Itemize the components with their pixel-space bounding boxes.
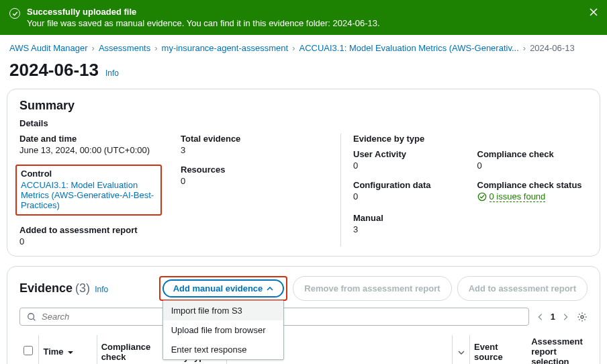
breadcrumb-link-control[interactable]: ACCUAI3.1: Model Evaluation Metrics (AWS… — [299, 43, 519, 53]
search-icon — [27, 312, 36, 322]
summary-card: Summary Details Date and time June 13, 2… — [7, 89, 600, 257]
evidence-info-link[interactable]: Info — [95, 285, 108, 294]
close-icon[interactable] — [588, 7, 599, 17]
menu-import-s3[interactable]: Import file from S3 — [163, 301, 284, 320]
status-ok-icon — [477, 192, 487, 201]
kv-added-report: Added to assessment report 0 — [19, 225, 167, 246]
menu-upload-browser[interactable]: Upload file from browser — [163, 320, 284, 340]
chevron-right-icon: › — [154, 43, 157, 53]
kv-compliance-check: Compliance check 0 — [477, 149, 588, 171]
remove-from-report-button[interactable]: Remove from assessment report — [293, 276, 451, 301]
success-flash: Successfully uploaded file Your file was… — [0, 0, 607, 35]
breadcrumb-link-assessments[interactable]: Assessments — [99, 43, 150, 53]
gear-icon[interactable] — [577, 312, 588, 322]
vertical-divider — [340, 134, 341, 246]
kv-user-activity: User Activity 0 — [353, 149, 464, 171]
info-link[interactable]: Info — [105, 69, 119, 78]
breadcrumb-current: 2024-06-13 — [530, 43, 575, 53]
page-prev-icon[interactable] — [536, 312, 545, 322]
select-all-checkbox[interactable] — [24, 346, 33, 355]
add-to-report-button[interactable]: Add to assessment report — [457, 276, 588, 301]
evidence-count: (3) — [75, 281, 90, 295]
menu-enter-text[interactable]: Enter text response — [163, 340, 284, 359]
evidence-type-header: Evidence by type — [353, 134, 588, 144]
page-next-icon[interactable] — [561, 312, 570, 322]
kv-resources: Resources 0 — [181, 165, 328, 216]
kv-config-data: Configuration data 0 — [353, 180, 464, 203]
chevron-right-icon: › — [292, 43, 295, 53]
col-assessment-report-selection[interactable]: Assessment report selection — [527, 331, 588, 364]
svg-point-1 — [28, 313, 34, 319]
page-title: 2024-06-13 — [9, 60, 99, 81]
chevron-right-icon: › — [523, 43, 526, 53]
issues-link[interactable]: 0 issues found — [489, 191, 546, 202]
kv-total-evidence: Total evidence 3 — [181, 134, 328, 155]
success-check-icon — [9, 8, 20, 19]
flash-title: Successfully uploaded file — [27, 7, 598, 17]
page-number: 1 — [551, 312, 555, 322]
pager: 1 — [536, 312, 570, 322]
summary-heading: Summary — [19, 99, 588, 113]
kv-manual: Manual 3 — [353, 213, 464, 234]
chevron-right-icon: › — [92, 43, 95, 53]
evidence-table: Time Compliance check Evidence by type D… — [19, 331, 588, 364]
kv-control: Control ACCUAI3.1: Model Evaluation Metr… — [15, 165, 162, 216]
sort-desc-icon — [67, 349, 74, 356]
col-time[interactable]: Time — [39, 331, 97, 364]
dropdown-menu: Import file from S3 Upload file from bro… — [162, 300, 285, 360]
breadcrumb: AWS Audit Manager › Assessments › my-ins… — [0, 35, 607, 57]
details-label: Details — [19, 118, 588, 128]
sort-icon — [458, 349, 465, 356]
add-manual-evidence-button[interactable]: Add manual evidence — [162, 279, 285, 298]
col-evidence-name[interactable] — [267, 331, 453, 364]
breadcrumb-link-root[interactable]: AWS Audit Manager — [9, 43, 88, 53]
col-blank-sort[interactable] — [453, 331, 470, 364]
add-manual-evidence-dropdown: Add manual evidence Import file from S3 … — [159, 276, 288, 301]
kv-datetime: Date and time June 13, 2024, 00:00 (UTC+… — [19, 134, 167, 155]
control-link[interactable]: ACCUAI3.1: Model Evaluation Metrics (AWS… — [21, 180, 154, 210]
svg-point-2 — [581, 316, 583, 318]
evidence-card: Evidence (3) Info Add manual evidence Im… — [7, 266, 600, 364]
kv-cc-status: Compliance check status 0 issues found — [477, 180, 588, 203]
col-event-source[interactable]: Event source — [470, 331, 527, 364]
col-select-all — [19, 331, 39, 364]
flash-message: Your file was saved as manual evidence. … — [27, 18, 598, 28]
breadcrumb-link-assessment[interactable]: my-insurance-agent-assessment — [162, 43, 289, 53]
evidence-heading: Evidence — [19, 281, 73, 295]
caret-up-icon — [267, 285, 273, 292]
